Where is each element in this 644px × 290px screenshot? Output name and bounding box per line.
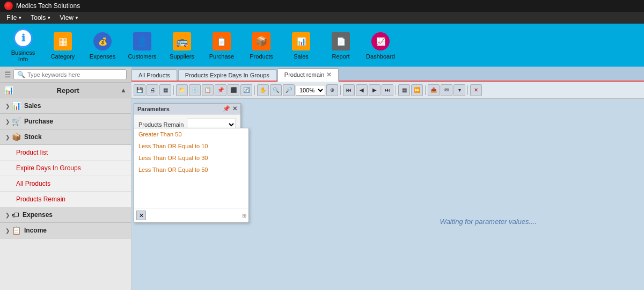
sidebar-purchase-header[interactable]: ❯ 🛒 Purchase	[0, 114, 131, 129]
rtb-grid-btn[interactable]: ▦	[159, 84, 171, 96]
rtb-refresh-btn[interactable]: 🔄	[240, 84, 252, 96]
toolbar-suppliers[interactable]: 🚌 Suppliers	[163, 26, 201, 64]
sidebar-report-label: Report	[16, 86, 120, 95]
rtb-hand-btn[interactable]: ✋	[257, 84, 269, 96]
rtb-zoom-out-btn[interactable]: 🔎	[283, 84, 295, 96]
rtb-stop-btn[interactable]: ⬛	[228, 84, 239, 96]
rtb-export-btn[interactable]: 📤	[428, 84, 440, 96]
tab-product-remain-label: Product remain	[284, 71, 325, 78]
rtb-zoom-custom-btn[interactable]: ⊕	[326, 84, 338, 96]
rtb-zoom-select[interactable]: 100%	[296, 85, 325, 96]
rtb-first-btn[interactable]: ⏮	[343, 84, 355, 96]
rtb-layout-btn[interactable]: ▦	[398, 84, 410, 96]
toolbar-expenses[interactable]: 💰 Expenses	[84, 26, 121, 64]
sidebar-section-expenses: ❯ 🏷 Expenses	[0, 207, 131, 223]
rtb-zoom-in-btn[interactable]: 🔍	[270, 84, 282, 96]
menu-view[interactable]: View ▼	[55, 13, 83, 23]
hamburger-icon[interactable]: ☰	[4, 70, 11, 79]
toolbar-business-info[interactable]: ℹ Business Info	[4, 26, 42, 64]
sidebar-content: ❯ 📊 Sales ❯ 🛒 Purchase ❯ 📦 Stock	[0, 98, 131, 290]
rtb-print-btn[interactable]: 🖨	[147, 84, 158, 96]
toolbar-customers[interactable]: 👤 Customers	[123, 26, 161, 64]
tab-products-expire[interactable]: Products Expire Days In Groups	[178, 69, 276, 81]
sidebar-item-expire-days[interactable]: Expire Days In Groups	[0, 161, 131, 176]
rtb-separator-1	[173, 85, 174, 95]
menu-tools[interactable]: Tools ▼	[26, 13, 55, 23]
rtb-separator-4	[396, 85, 396, 95]
toolbar-report[interactable]: 📄 Report	[322, 26, 360, 64]
dropdown-option-2[interactable]: Less Than OR Equal to 30	[134, 152, 248, 164]
rtb-floppy-btn[interactable]: 💿	[189, 84, 201, 96]
rtb-mail-btn[interactable]: ✉	[441, 84, 452, 96]
sidebar-sales-header[interactable]: ❯ 📊 Sales	[0, 98, 131, 114]
dropdown-overlay: Greater Than 50 Less Than OR Equal to 10…	[134, 128, 249, 223]
rtb-mail-drop-btn[interactable]: ▾	[453, 84, 465, 96]
search-input[interactable]	[27, 71, 123, 78]
sidebar-income-header[interactable]: ❯ 📋 Income	[0, 223, 131, 238]
report-content: Parameters 📌 ✕ Products Remain Reset	[131, 99, 644, 290]
rtb-save-btn[interactable]: 💾	[134, 84, 145, 96]
sidebar-expenses-header[interactable]: ❯ 🏷 Expenses	[0, 207, 131, 223]
expenses-icon: 💰	[93, 32, 112, 50]
rtb-prev-btn[interactable]: ◀	[356, 84, 368, 96]
toolbar-purchase-label: Purchase	[209, 53, 234, 60]
tab-product-remain[interactable]: Product remain ✕	[277, 68, 339, 82]
toolbar-report-label: Report	[332, 53, 349, 60]
dropdown-option-1[interactable]: Less Than OR Equal to 10	[134, 140, 248, 152]
purchase-section-icon: 🛒	[12, 117, 21, 126]
products-remain-label: Products Remain	[138, 121, 184, 128]
rtb-copy-btn[interactable]: 📋	[202, 84, 214, 96]
report-icon: 📄	[332, 32, 350, 50]
sidebar-item-all-products[interactable]: All Products	[0, 176, 131, 192]
menu-file[interactable]: File ▼	[2, 13, 26, 23]
dropdown-footer: ✕ ⊞	[134, 208, 248, 222]
toolbar-products[interactable]: 📦 Products	[243, 26, 280, 64]
rtb-last-btn[interactable]: ⏭	[382, 84, 393, 96]
sidebar-collapse-icon[interactable]: ▲	[120, 86, 127, 94]
purchase-section-label: Purchase	[24, 118, 53, 125]
toolbar-purchase[interactable]: 📋 Purchase	[203, 26, 240, 64]
expenses-section-icon: 🏷	[12, 211, 19, 219]
content-area: All Products Products Expire Days In Gro…	[131, 67, 644, 290]
sidebar-search-box[interactable]: 🔍	[13, 69, 127, 80]
app-title: Medics Tech Solutions	[16, 2, 80, 10]
sidebar-stock-header[interactable]: ❯ 📦 Stock	[0, 129, 131, 145]
rtb-forward-btn[interactable]: ⏩	[411, 84, 423, 96]
toolbar-business-info-label: Business Info	[6, 49, 40, 62]
sidebar-item-products-remain[interactable]: Products Remain	[0, 192, 131, 207]
sales-section-icon: 📊	[12, 102, 21, 110]
toolbar-category[interactable]: ▦ Category	[44, 26, 82, 64]
toolbar-expenses-label: Expenses	[90, 53, 115, 60]
toolbar-sales[interactable]: 📊 Sales	[282, 26, 320, 64]
rtb-paste-btn[interactable]: 📌	[215, 84, 226, 96]
sidebar-item-product-list[interactable]: Product list	[0, 145, 131, 161]
dashboard-icon: 📈	[371, 32, 390, 50]
toolbar-suppliers-label: Suppliers	[170, 53, 194, 60]
rtb-close-btn[interactable]: ✕	[470, 84, 482, 96]
params-pin-icon[interactable]: 📌	[223, 105, 230, 112]
tab-products-expire-label: Products Expire Days In Groups	[185, 72, 269, 78]
stock-expand-icon: ❯	[5, 134, 10, 140]
sidebar-chart-icon: 📊	[4, 86, 13, 95]
dropdown-resize-handle[interactable]: ⊞	[242, 213, 246, 219]
toolbar-sales-label: Sales	[294, 53, 309, 60]
rtb-folder-btn[interactable]: 📁	[176, 84, 188, 96]
rtb-next-btn[interactable]: ▶	[369, 84, 380, 96]
dropdown-option-0[interactable]: Greater Than 50	[134, 128, 248, 140]
income-section-label: Income	[24, 227, 47, 234]
tab-close-icon[interactable]: ✕	[326, 71, 332, 78]
sidebar-header: ☰ 🔍	[0, 67, 131, 83]
report-toolbar: 💾 🖨 ▦ 📁 💿 📋 📌 ⬛ 🔄 ✋ 🔍 🔎 100% ⊕ ⏮ ◀ ▶ ⏭	[131, 82, 644, 99]
expenses-expand-icon: ❯	[5, 212, 10, 218]
toolbar-dashboard[interactable]: 📈 Dashboard	[362, 26, 399, 64]
purchase-expand-icon: ❯	[5, 119, 10, 125]
params-close-icon[interactable]: ✕	[232, 105, 237, 112]
toolbar: ℹ Business Info ▦ Category 💰 Expenses 👤 …	[0, 24, 644, 67]
dropdown-close-btn[interactable]: ✕	[136, 211, 146, 220]
params-header-icons: 📌 ✕	[223, 105, 237, 112]
tab-all-products[interactable]: All Products	[131, 69, 177, 81]
main-layout: ☰ 🔍 📊 Report ▲ ❯ 📊 Sales	[0, 67, 644, 290]
rtb-separator-5	[425, 85, 426, 95]
business-info-icon: ℹ	[13, 28, 33, 48]
dropdown-option-3[interactable]: Less Than OR Equal to 50	[134, 164, 248, 176]
